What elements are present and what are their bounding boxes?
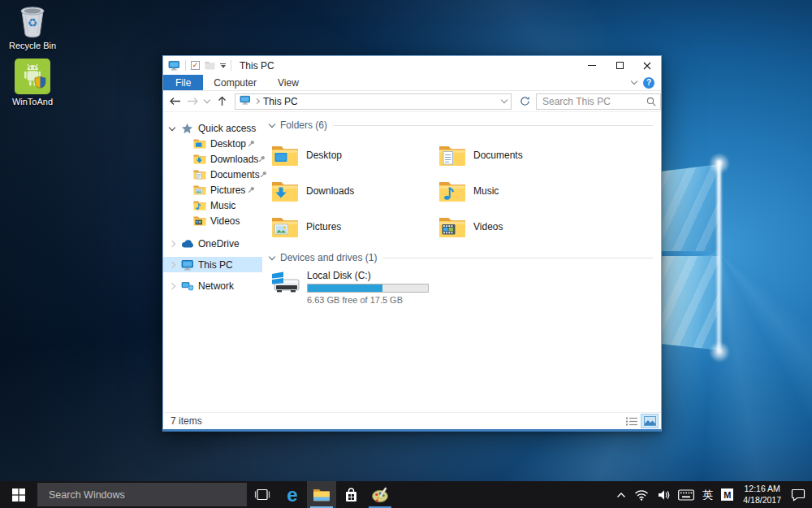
sidebar-item-videos[interactable]: Videos — [163, 213, 262, 228]
thumbnail-view-button[interactable] — [641, 414, 659, 428]
show-hidden-icons-button[interactable] — [612, 481, 630, 508]
maximize-button[interactable] — [606, 56, 633, 75]
tab-file[interactable]: File — [163, 75, 203, 90]
chevron-collapsed-icon[interactable] — [169, 240, 175, 246]
recent-locations-chevron[interactable] — [202, 93, 212, 110]
wintoand-desktop-icon[interactable]: WinToAnd — [2, 59, 63, 106]
new-folder-qat-button-disabled[interactable] — [205, 61, 215, 70]
pictures-folder-icon — [192, 185, 206, 195]
sidebar-item-onedrive[interactable]: OneDrive — [163, 236, 262, 251]
chevron-collapsed-icon[interactable] — [169, 261, 175, 267]
sidebar-item-documents[interactable]: Documents — [163, 167, 262, 182]
folder-tile-music[interactable]: Music — [438, 173, 606, 209]
up-button[interactable] — [214, 93, 230, 110]
back-button[interactable] — [166, 93, 183, 110]
sidebar-item-desktop[interactable]: Desktop — [163, 136, 262, 151]
customize-qat-dropdown[interactable] — [220, 63, 226, 68]
desktop: ♻ Recycle Bin WinToAnd — [0, 0, 812, 508]
navigation-bar: This PC — [163, 91, 661, 112]
chevron-expanded-icon[interactable] — [169, 124, 175, 130]
search-input[interactable] — [541, 95, 646, 108]
collapse-group-chevron-icon[interactable] — [269, 120, 275, 127]
windows-logo-glow-spot — [709, 341, 730, 363]
title-bar[interactable]: ✓ This PC — [163, 56, 661, 75]
windows-logo-glow-spot — [709, 153, 730, 174]
separator — [185, 60, 186, 71]
task-view-button[interactable] — [247, 481, 278, 508]
window-title: This PC — [240, 60, 274, 72]
taskbar-search-input[interactable] — [47, 488, 226, 501]
minimize-button[interactable] — [578, 56, 606, 75]
folder-tile-videos[interactable]: Videos — [438, 209, 606, 245]
action-center-button[interactable] — [787, 481, 810, 508]
start-button[interactable] — [0, 481, 37, 508]
videos-folder-icon — [192, 215, 206, 226]
group-header-devices[interactable]: Devices and drives (1) — [270, 251, 656, 264]
taskbar-paint-palette-button[interactable] — [365, 481, 395, 508]
taskbar-file-explorer-button[interactable] — [307, 481, 336, 508]
window-controls — [578, 56, 661, 75]
properties-qat-button[interactable]: ✓ — [191, 61, 200, 70]
ime-mode-button[interactable]: M — [717, 481, 737, 508]
separator — [231, 60, 231, 71]
paint-palette-icon — [371, 486, 389, 504]
wifi-button[interactable] — [630, 481, 653, 508]
folder-tile-downloads[interactable]: Downloads — [271, 173, 438, 209]
items-view: Folders (6) Desktop — [262, 112, 661, 412]
close-button[interactable] — [633, 56, 661, 75]
recycle-bin-desktop-icon[interactable]: ♻ Recycle Bin — [2, 4, 63, 50]
address-dropdown-chevron[interactable] — [501, 97, 508, 103]
wifi-icon — [634, 489, 649, 501]
sidebar-item-music[interactable]: Music — [163, 198, 262, 213]
address-bar[interactable]: This PC — [235, 93, 512, 110]
collapse-group-chevron-icon[interactable] — [269, 253, 275, 259]
sidebar-item-pictures[interactable]: Pictures — [163, 182, 262, 198]
system-tray: 英 M 12:16 AM 4/18/2017 — [612, 481, 812, 508]
ime-language-indicator[interactable]: 英 — [698, 481, 717, 508]
music-folder-icon — [192, 200, 206, 211]
pin-icon — [248, 186, 255, 193]
onedrive-cloud-icon — [180, 239, 194, 249]
uac-shield-icon — [35, 76, 45, 88]
expand-ribbon-chevron-icon[interactable] — [631, 78, 637, 85]
keyboard-icon — [678, 489, 694, 501]
tab-computer[interactable]: Computer — [203, 75, 267, 90]
breadcrumb[interactable]: This PC — [263, 96, 298, 107]
taskbar-edge-button[interactable]: e — [278, 481, 307, 508]
pictures-folder-icon — [271, 215, 299, 238]
folder-tile-desktop[interactable]: Desktop — [271, 137, 438, 173]
help-button[interactable]: ? — [643, 77, 654, 89]
group-header-folders[interactable]: Folders (6) — [270, 119, 656, 132]
downloads-folder-icon — [271, 180, 299, 202]
taskbar-clock[interactable]: 12:16 AM 4/18/2017 — [737, 484, 787, 506]
details-view-button[interactable] — [623, 414, 641, 428]
this-pc-icon — [180, 259, 194, 271]
volume-button[interactable] — [653, 481, 674, 508]
forward-button-disabled[interactable] — [184, 93, 201, 110]
documents-folder-icon — [192, 169, 206, 180]
touch-keyboard-button[interactable] — [674, 481, 698, 508]
folders-grid: Desktop Documents Do — [271, 137, 656, 245]
ime-mode-badge: M — [721, 488, 733, 501]
network-icon — [180, 280, 194, 291]
sidebar-item-quick-access[interactable]: Quick access — [163, 120, 262, 136]
folder-tile-pictures[interactable]: Pictures — [271, 209, 438, 245]
taskbar-search-box[interactable] — [37, 483, 247, 506]
sidebar-item-network[interactable]: Network — [163, 278, 262, 293]
music-folder-icon — [438, 180, 466, 202]
folder-tile-documents[interactable]: Documents — [438, 137, 606, 173]
drive-tile-local-disk-c[interactable]: Local Disk (C:) 6.63 GB free of 17.5 GB — [271, 270, 656, 305]
clock-time: 12:16 AM — [744, 484, 780, 495]
sidebar-item-downloads[interactable]: Downloads — [163, 151, 262, 167]
refresh-button[interactable] — [516, 93, 533, 110]
tab-view[interactable]: View — [267, 75, 309, 90]
group-rule — [382, 258, 653, 258]
this-pc-address-icon — [240, 95, 251, 107]
taskbar-store-button[interactable] — [336, 481, 365, 508]
quick-access-toolbar: ✓ — [168, 60, 231, 71]
file-explorer-window: ✓ This PC File Computer V — [162, 55, 662, 432]
desktop-folder-icon — [192, 138, 206, 149]
search-box[interactable] — [536, 93, 661, 110]
chevron-collapsed-icon[interactable] — [169, 282, 175, 289]
sidebar-item-this-pc[interactable]: This PC — [163, 257, 262, 272]
